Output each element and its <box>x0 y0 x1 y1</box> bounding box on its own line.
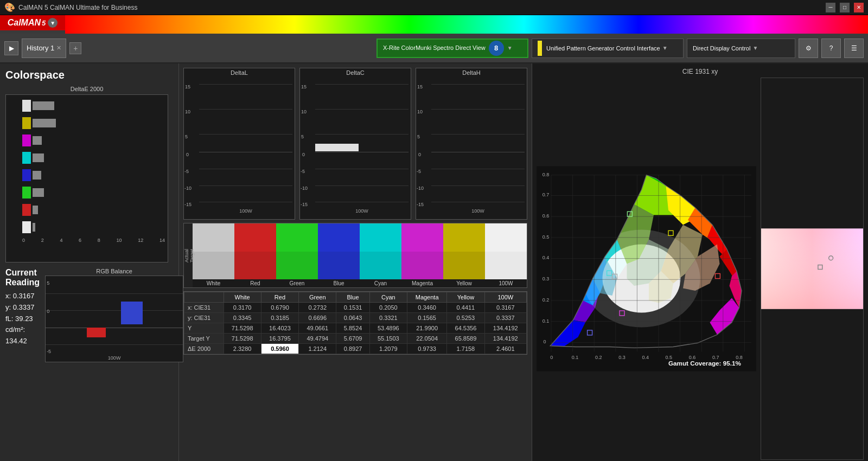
bar-track <box>33 153 165 162</box>
cell-Y-magenta: 21.9900 <box>407 323 446 334</box>
swatch-col-magenta: Magenta <box>401 223 443 287</box>
swatch-label-white: White <box>193 279 234 287</box>
cell-de2000-blue: 0.8927 <box>336 344 369 354</box>
direct-display-dropdown[interactable]: Direct Display Control ▼ <box>687 39 795 58</box>
svg-text:0.3: 0.3 <box>542 276 550 281</box>
data-table-section: White Red Green Blue Cyan Magenta Yellow… <box>183 291 527 355</box>
swatch-actual-green <box>276 223 318 252</box>
swatch-blue <box>22 169 31 181</box>
deltae-y-axis <box>6 95 20 262</box>
svg-rect-69 <box>761 228 863 309</box>
delta-h-title: DeltaH <box>416 68 527 77</box>
swatch-col-yellow: Yellow <box>443 223 485 287</box>
maximize-button[interactable]: □ <box>840 3 850 12</box>
cell-Y-100w: 134.4192 <box>484 323 526 334</box>
delta-c-title: DeltaC <box>300 68 411 77</box>
window-controls: ─ □ ✕ <box>826 3 864 12</box>
svg-text:0.8: 0.8 <box>542 172 550 177</box>
svg-text:0: 0 <box>544 339 546 344</box>
row-label-xcie31: x: CIE31 <box>184 303 224 313</box>
swatch-col-cyan: Cyan <box>360 223 401 287</box>
bar-fill <box>33 136 42 145</box>
cell-Y-green: 49.0661 <box>299 323 336 334</box>
settings-button[interactable]: ⚙ <box>799 39 818 58</box>
swatch-label-cyan: Cyan <box>360 279 401 287</box>
rgb-red-bar <box>87 328 106 337</box>
swatch-target-red <box>234 252 276 280</box>
history-tab[interactable]: History 1 ✕ <box>22 39 66 58</box>
colorimeter-dropdown[interactable]: X-Rite ColorMunki Spectro Direct View 8 … <box>376 39 528 58</box>
cell-xcie31-white: 0.3170 <box>224 303 261 313</box>
table-row: ΔE 2000 2.3280 0.5960 1.2124 0.8927 1.20… <box>184 344 527 354</box>
delta-l-xlabel: 100W <box>199 208 292 214</box>
cell-de2000-white: 2.3280 <box>224 344 261 354</box>
bar-track <box>33 101 165 110</box>
middle-panel: DeltaL 15 10 5 0 -5 -10 -15 <box>179 63 532 461</box>
rgb-x-label: 100W <box>46 355 183 361</box>
bar-fill <box>33 188 44 197</box>
close-button[interactable]: ✕ <box>854 3 864 12</box>
delta-c-xlabel: 100W <box>315 208 409 214</box>
bar-track <box>33 188 165 197</box>
cell-ycie31-white: 0.3345 <box>224 313 261 323</box>
svg-text:0.4: 0.4 <box>642 355 649 360</box>
bar-track <box>33 206 165 214</box>
cell-xcie31-100w: 0.3167 <box>484 303 526 313</box>
colorspace-title: Colorspace <box>5 69 173 81</box>
svg-text:0.1: 0.1 <box>572 355 579 360</box>
pattern-generator-dropdown[interactable]: Unified Pattern Generator Control Interf… <box>532 39 684 58</box>
col-header-100w: 100W <box>484 292 526 303</box>
swatch-label-magenta: Magenta <box>401 279 443 287</box>
bar-track <box>33 223 165 232</box>
zero-line <box>46 328 183 328</box>
deltae-bar-100w <box>22 219 165 235</box>
cie-main-chart: 0.8 0.7 0.6 0.5 0.4 0.3 0.2 0.1 0 0 0.1 … <box>537 78 756 460</box>
svg-text:0: 0 <box>550 355 553 360</box>
bar-fill <box>33 119 56 127</box>
swatch-col-blue: Blue <box>318 223 360 287</box>
deltae-bar-cyan <box>22 150 165 166</box>
swatch-actual-red <box>234 223 276 252</box>
bar-fill <box>33 101 54 110</box>
deltae-bar-green <box>22 184 165 201</box>
help-button[interactable]: ? <box>821 39 841 58</box>
swatch-white <box>22 100 31 112</box>
add-history-button[interactable]: + <box>69 42 81 54</box>
swatch-col-red: Red <box>234 223 276 287</box>
swatch-target-magenta <box>401 252 443 280</box>
play-button[interactable]: ▶ <box>4 41 18 55</box>
minimize-button[interactable]: ─ <box>826 3 835 12</box>
svg-text:0.6: 0.6 <box>542 213 550 219</box>
reading-x: x: 0.3167 y: 0.3337 fL: 39.23 cd/m²: 134… <box>5 291 40 347</box>
toolbar: ▶ History 1 ✕ + X-Rite ColorMunki Spectr… <box>0 34 868 63</box>
deltae-chart-title: DeltaE 2000 <box>5 86 168 92</box>
cell-de2000-green: 1.2124 <box>299 344 336 354</box>
cell-targetY-green: 49.4794 <box>299 334 336 344</box>
cell-xcie31-blue: 0.1531 <box>336 303 369 313</box>
row-label-Y: Y <box>184 323 224 334</box>
swatch-label-blue: Blue <box>318 279 360 287</box>
delta-charts-row: DeltaL 15 10 5 0 -5 -10 -15 <box>183 68 527 220</box>
table-row: x: CIE31 0.3170 0.6790 0.2732 0.1531 0.2… <box>184 303 527 313</box>
swatch-actual-blue <box>318 223 360 252</box>
delta-l-chart: DeltaL 15 10 5 0 -5 -10 -15 <box>183 68 295 220</box>
cell-targetY-red: 16.3795 <box>261 334 298 344</box>
swatch-actual-white <box>193 223 234 252</box>
col-header-label <box>184 292 224 303</box>
cie-panel: CIE 1931 xy 0.8 0.7 0.6 0.5 0.4 0.3 0.2 … <box>532 63 868 461</box>
cell-de2000-cyan: 1.2079 <box>369 344 407 354</box>
table-header-row: White Red Green Blue Cyan Magenta Yellow… <box>184 292 527 303</box>
svg-text:0.1: 0.1 <box>542 318 550 324</box>
swatch-yellow <box>22 117 31 129</box>
table-row: Target Y 71.5298 16.3795 49.4794 5.6709 … <box>184 334 527 344</box>
swatch-100w <box>22 221 31 233</box>
cell-Y-blue: 5.8524 <box>336 323 369 334</box>
cell-targetY-100w: 134.4192 <box>484 334 526 344</box>
menu-button[interactable]: ☰ <box>844 39 864 58</box>
cell-xcie31-cyan: 0.2050 <box>369 303 407 313</box>
cell-ycie31-blue: 0.0643 <box>336 313 369 323</box>
row-label-ycie31: y: CIE31 <box>184 313 224 323</box>
deltae-bars-area: 02468101214 <box>20 95 168 262</box>
grid-line <box>46 344 183 345</box>
title-bar-text: CalMAN 5 CalMAN Ultimate for Business <box>18 4 137 11</box>
